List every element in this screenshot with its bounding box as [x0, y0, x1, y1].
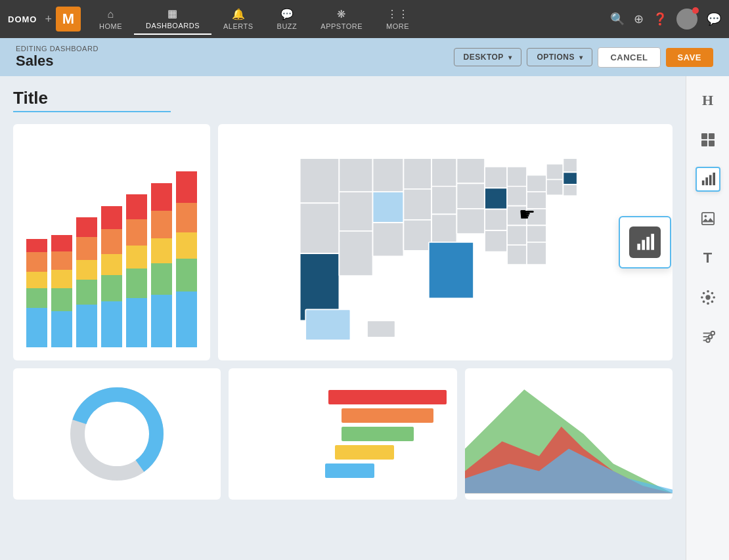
- svg-rect-38: [563, 184, 577, 196]
- svg-rect-16: [428, 242, 473, 298]
- svg-rect-57: [709, 175, 711, 186]
- sidebar-layout-icon[interactable]: [696, 127, 720, 152]
- svg-rect-20: [485, 167, 507, 188]
- dashboards-icon: ▦: [167, 7, 178, 20]
- appstore-icon: ❋: [337, 8, 346, 20]
- bar-seg-green: [126, 269, 147, 298]
- editing-controls: DESKTOP ▾ OPTIONS ▾ CANCEL SAVE: [454, 47, 713, 68]
- svg-rect-19: [456, 209, 485, 234]
- bar-stack-3: [76, 217, 97, 347]
- waterfall-chart-widget[interactable]: [229, 368, 457, 500]
- nav-buzz[interactable]: 💬 BUZZ: [265, 4, 309, 34]
- svg-marker-61: [701, 218, 713, 222]
- nav-right: 🔍 ⊕ ❓ 💬: [610, 9, 721, 30]
- bar-seg-yellow: [76, 260, 97, 280]
- bar-seg-green: [51, 288, 72, 311]
- sidebar-image-icon[interactable]: [696, 206, 720, 231]
- svg-rect-56: [705, 177, 708, 185]
- sidebar-filter-icon[interactable]: [696, 324, 720, 349]
- title-input-row: [13, 88, 673, 112]
- bottom-widgets-row: [13, 368, 673, 500]
- svg-rect-32: [527, 225, 546, 242]
- add-icon[interactable]: ⊕: [634, 12, 644, 26]
- image-svg: [701, 211, 715, 226]
- svg-rect-14: [431, 186, 456, 215]
- dashboard-title-input[interactable]: [13, 88, 171, 112]
- bar-seg-orange: [151, 211, 172, 238]
- bar-seg-blue: [26, 308, 47, 347]
- svg-point-69: [702, 301, 705, 303]
- notification-dot: [692, 7, 699, 14]
- svg-rect-29: [527, 175, 546, 192]
- bar-seg-yellow: [151, 238, 172, 263]
- svg-rect-34: [546, 164, 563, 180]
- user-avatar[interactable]: [676, 9, 697, 30]
- bar-seg-red: [176, 171, 197, 203]
- bar-group-3: [76, 217, 97, 347]
- svg-rect-40: [367, 320, 395, 337]
- more-icon: ⋮⋮: [387, 8, 409, 20]
- options-button[interactable]: OPTIONS ▾: [527, 48, 592, 66]
- nav-appstore[interactable]: ❋ APPSTORE: [309, 4, 374, 34]
- sidebar-widget-icon[interactable]: [696, 285, 720, 310]
- map-widget[interactable]: ☛: [218, 124, 673, 360]
- search-icon[interactable]: 🔍: [610, 12, 625, 26]
- area-chart-widget[interactable]: [465, 368, 673, 500]
- bar-seg-blue: [51, 311, 72, 347]
- bar-stack-6: [151, 183, 172, 347]
- svg-rect-51: [701, 133, 707, 139]
- cancel-button[interactable]: CANCEL: [598, 47, 660, 68]
- wf-bar-5: [239, 463, 447, 478]
- nav-dashboards[interactable]: ▦ DASHBOARDS: [134, 3, 211, 35]
- svg-rect-26: [507, 206, 527, 226]
- bar-seg-yellow: [101, 254, 122, 275]
- svg-point-70: [711, 292, 713, 295]
- nav-alerts[interactable]: 🔔 ALERTS: [211, 4, 265, 34]
- donut-chart-widget[interactable]: [13, 368, 221, 500]
- svg-rect-52: [709, 133, 715, 139]
- svg-point-74: [711, 332, 715, 335]
- editing-bar: EDITING DASHBOARD Sales DESKTOP ▾ OPTION…: [0, 38, 729, 76]
- desktop-button[interactable]: DESKTOP ▾: [454, 48, 522, 66]
- nav-more[interactable]: ⋮⋮ MORE: [374, 4, 421, 34]
- svg-rect-44: [651, 234, 654, 250]
- nav-home[interactable]: ⌂ HOME: [87, 5, 134, 34]
- notifications-icon[interactable]: 💬: [707, 12, 721, 26]
- text-symbol: T: [703, 249, 712, 267]
- sidebar-chart-icon[interactable]: [696, 167, 720, 192]
- svg-rect-54: [709, 140, 715, 146]
- svg-rect-31: [527, 209, 546, 226]
- chart-svg: [701, 172, 715, 186]
- svg-rect-27: [507, 225, 527, 245]
- sidebar-text-icon[interactable]: T: [696, 246, 720, 270]
- nav-appstore-label: APPSTORE: [320, 22, 363, 30]
- wf-bar-1: [239, 390, 447, 404]
- domo-text: DOMO: [8, 14, 37, 24]
- m-logo[interactable]: M: [56, 7, 81, 32]
- wf-bar-2: [239, 408, 447, 423]
- nav-items: ⌂ HOME ▦ DASHBOARDS 🔔 ALERTS 💬 BUZZ ❋ AP…: [87, 3, 610, 35]
- bar-chart-widget[interactable]: [13, 124, 210, 360]
- sidebar-header-icon[interactable]: H: [696, 88, 720, 113]
- bar-seg-orange: [51, 251, 72, 270]
- save-button[interactable]: SAVE: [666, 48, 713, 67]
- help-icon[interactable]: ❓: [653, 12, 667, 26]
- header-symbol: H: [702, 92, 713, 109]
- home-icon: ⌂: [107, 9, 114, 20]
- plus-button[interactable]: +: [45, 12, 52, 26]
- bar-seg-yellow: [126, 246, 147, 269]
- bar-stack-1: [26, 239, 47, 347]
- svg-rect-41: [637, 244, 640, 249]
- svg-rect-2: [299, 203, 339, 253]
- waterfall-bars: [239, 390, 447, 478]
- svg-rect-22: [485, 209, 507, 230]
- wf-bar-3: [239, 427, 447, 441]
- svg-rect-11: [403, 189, 431, 220]
- svg-rect-10: [403, 158, 431, 189]
- svg-rect-33: [527, 242, 546, 265]
- bar-seg-green: [76, 280, 97, 305]
- nav-buzz-label: BUZZ: [277, 22, 298, 30]
- svg-rect-39: [305, 309, 350, 340]
- bar-seg-yellow: [26, 272, 47, 288]
- bar-group-1: [26, 239, 47, 347]
